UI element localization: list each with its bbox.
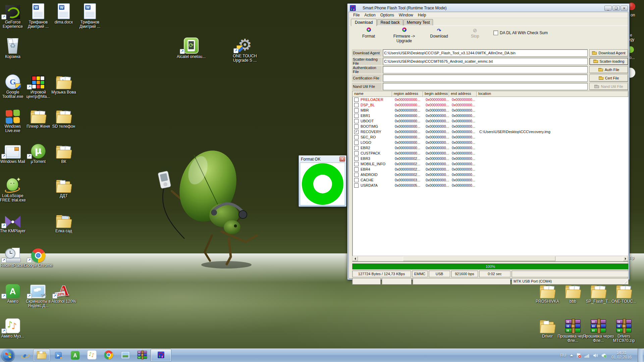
partial-desktop-label-3[interactable]: o... — [629, 55, 635, 60]
desktop-icon-google-chrome[interactable]: Google Chrome — [22, 246, 54, 268]
field-value[interactable]: C:\Users\USER\Desktop\CCC\SP_Flash_Tool_… — [383, 49, 588, 57]
partition-row-uboot[interactable]: UBOOT0x000000000...0x00000000...0x000000… — [353, 118, 628, 124]
field-value[interactable] — [383, 83, 588, 90]
desktop-icon-muzyka-vova[interactable]: ♪Музыка Вова — [48, 72, 80, 95]
tab-read-back[interactable]: Read back — [377, 19, 403, 26]
row-checkbox[interactable] — [354, 162, 359, 166]
scroll-right-arrow[interactable] — [623, 256, 628, 261]
menu-file[interactable]: File — [351, 12, 362, 18]
row-checkbox[interactable] — [354, 114, 359, 118]
partition-row-custpack[interactable]: CUSTPACK0x000000000...0x00000000...0x000… — [353, 150, 628, 156]
column-header-name[interactable]: name — [353, 91, 392, 97]
cert-file-button[interactable]: Cert File — [589, 74, 628, 82]
partial-desktop-label-0[interactable]: on — [631, 13, 635, 17]
row-checkbox[interactable] — [354, 178, 359, 182]
download-agent-button[interactable]: Download Agent — [589, 49, 628, 57]
da-dl-checksum-checkbox[interactable]: DA DL All With Check Sum — [493, 31, 548, 35]
row-checkbox[interactable]: ✓ — [354, 130, 359, 134]
volume-icon[interactable] — [593, 353, 598, 358]
column-header-region-address[interactable]: region address — [392, 91, 423, 97]
horizontal-scrollbar[interactable] — [352, 256, 629, 261]
partition-row-sec_ro[interactable]: SEC_RO0x000000000...0x00000000...0x00000… — [353, 134, 628, 140]
desktop-icon-alcohol-120[interactable]: A120%Alcohol 120% — [48, 282, 80, 304]
partial-desktop-label-1[interactable]: e — [630, 33, 632, 38]
partition-row-mbr[interactable]: MBR0x000000000...0x00000000...0x00000000… — [353, 108, 628, 113]
taskbar-clock[interactable]: 14:31 01.02.2016 — [609, 351, 634, 360]
partition-row-dsp_bl[interactable]: DSP_BL0x000000000...0x00000000...0x00000… — [353, 102, 628, 108]
partition-row-usrdata[interactable]: USRDATA0x000000005...0x00000000...0x0000… — [353, 183, 628, 188]
format-button[interactable]: Format — [350, 27, 387, 39]
partition-row-bootimg[interactable]: BOOTIMG0x000000000...0x00000000...0x0000… — [353, 124, 628, 129]
taskbar-button-amigo-music[interactable]: ♪♪ — [84, 349, 100, 361]
tab-memory-test[interactable]: Memory Test — [404, 19, 433, 26]
taskbar-button-windows-explorer[interactable] — [34, 349, 50, 361]
cloud-sync-icon[interactable] — [601, 353, 607, 358]
field-value[interactable]: C:\Users\USER\Desktop\CCC\MT6575_Android… — [383, 58, 588, 65]
desktop-icon-one-touc-folder[interactable]: ONE-TOUC... — [608, 282, 640, 304]
row-checkbox[interactable] — [354, 103, 359, 107]
format-ok-close-button[interactable]: x — [339, 157, 345, 162]
partition-row-ebr1[interactable]: EBR10x000000000...0x00000000...0x0000000… — [353, 113, 628, 118]
field-value[interactable] — [383, 66, 588, 73]
download-button[interactable]: ↷ Download — [421, 27, 458, 39]
desktop-icon-one-touch-upgrade[interactable]: ⚙ONE TOUCH Upgrade S ... — [229, 36, 261, 63]
partition-row-ebr2[interactable]: EBR20x000000000...0x00000000...0x0000000… — [353, 145, 628, 150]
desktop-icon-kmplayer[interactable]: The KMPlayer — [0, 211, 29, 233]
desktop-icon-sd-telefon[interactable]: SD телефон — [48, 107, 80, 129]
auth-file-button[interactable]: Auth File — [589, 66, 628, 73]
taskbar-button-internet-explorer[interactable] — [17, 349, 33, 361]
partition-row-logo[interactable]: LOGO0x000000000...0x00000000...0x0000000… — [353, 140, 628, 145]
column-header-location[interactable]: location — [477, 91, 628, 97]
partition-row-ebr3[interactable]: EBR30x000000002...0x00000000...0x0000000… — [353, 156, 628, 161]
row-checkbox[interactable] — [354, 108, 359, 113]
scatter-loading-button[interactable]: Scatter-loading — [589, 58, 628, 65]
desktop-icon-trifanov-dmitriy-2[interactable]: WТрифанов Дмитрий ... — [74, 2, 106, 29]
taskbar-button-chrome[interactable] — [101, 349, 117, 361]
firmware-upgrade-button[interactable]: Firmware -> Upgrade — [386, 27, 423, 43]
action-center-flag-icon[interactable] — [576, 353, 582, 358]
close-button[interactable]: × — [621, 6, 628, 11]
desktop-icon-elka-sad[interactable]: Ёлка сад — [48, 211, 80, 233]
desktop-icon-ddt-folder[interactable]: ДДТ — [48, 176, 80, 198]
menu-action[interactable]: Action — [362, 12, 378, 18]
desktop-icon-amigo-muz[interactable]: ♪♪Амиго.Муз... — [0, 316, 29, 339]
row-checkbox[interactable] — [354, 140, 359, 145]
taskbar-button-media-player[interactable] — [50, 349, 66, 361]
desktop-icon-drivers-mtc970[interactable]: Drivers MTC970.zip — [608, 316, 640, 343]
column-header-end-address[interactable]: end address — [449, 91, 477, 97]
menu-options[interactable]: Options — [378, 12, 396, 18]
partition-row-ebr4[interactable]: EBR40x000000002...0x00000000...0x0000000… — [353, 167, 628, 172]
desktop-icon-korzina[interactable]: Корзина — [0, 37, 29, 59]
tab-download[interactable]: Download — [351, 19, 377, 26]
partition-row-recovery[interactable]: ✓RECOVERY0x000000000...0x00000000...0x00… — [353, 129, 628, 134]
partition-row-mobile_info[interactable]: MOBILE_INFO0x000000002...0x00000000...0x… — [353, 161, 628, 167]
taskbar-button-amigo[interactable] — [67, 349, 83, 361]
row-checkbox[interactable] — [354, 183, 359, 188]
row-checkbox[interactable] — [354, 167, 359, 172]
row-checkbox[interactable] — [354, 146, 359, 150]
scroll-left-arrow[interactable] — [353, 256, 358, 261]
row-checkbox[interactable] — [354, 173, 359, 177]
menu-window[interactable]: Window — [396, 12, 416, 18]
partition-row-preloader[interactable]: PRELOADER0x000000000...0x00000000...0x00… — [353, 97, 628, 102]
column-header-begin-address[interactable]: begin address — [423, 91, 449, 97]
desktop-icon-alcatel-onetouch[interactable]: ⟳Alcatel onetou... — [175, 37, 207, 59]
row-checkbox[interactable] — [354, 151, 359, 156]
maximize-button[interactable]: ❏ — [612, 6, 620, 11]
menu-help[interactable]: Help — [416, 12, 429, 18]
minimize-button[interactable]: _ — [604, 6, 612, 11]
desktop-icon-vk-folder[interactable]: ВК — [48, 142, 80, 164]
row-checkbox[interactable] — [354, 157, 359, 161]
scrollbar-thumb[interactable] — [403, 256, 555, 261]
taskbar-button-winrar[interactable] — [134, 349, 150, 361]
start-button[interactable] — [2, 349, 14, 362]
row-checkbox[interactable] — [354, 124, 359, 129]
show-desktop-button[interactable] — [638, 349, 643, 362]
partition-row-cache[interactable]: CACHE0x000000003...0x00000000...0x000000… — [353, 177, 628, 183]
row-checkbox[interactable] — [354, 135, 359, 139]
network-signal-icon[interactable] — [584, 353, 590, 358]
row-checkbox[interactable] — [354, 98, 359, 102]
row-checkbox[interactable] — [354, 119, 359, 123]
desktop-icon-loiloscope[interactable]: ✦LoiLoScope FREE trial.exe — [0, 176, 29, 202]
partition-row-android[interactable]: ANDROID0x000000002...0x00000000...0x0000… — [353, 172, 628, 177]
